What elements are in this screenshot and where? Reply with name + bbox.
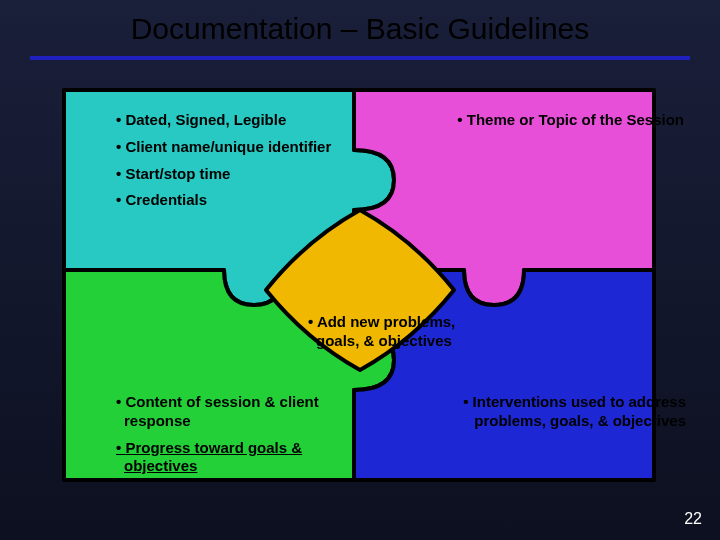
title-underline xyxy=(30,56,690,60)
puzzle-diagram: Dated, Signed, Legible Client name/uniqu… xyxy=(54,80,666,500)
bullet: Client name/unique identifier xyxy=(116,138,396,157)
bullets-bottom-right: Interventions used to address problems, … xyxy=(410,393,686,439)
bullets-center: Add new problems, goals, & objectives xyxy=(268,313,498,359)
bullet: Start/stop time xyxy=(116,165,396,184)
bullet: Add new problems, goals, & objectives xyxy=(308,313,498,351)
bullet: Progress toward goals & objectives xyxy=(116,439,376,477)
slide-number: 22 xyxy=(684,510,702,528)
bullet: Theme or Topic of the Session xyxy=(454,111,684,130)
bullets-bottom-left: Content of session & client response Pro… xyxy=(76,393,376,484)
bullets-top-right: Theme or Topic of the Session xyxy=(414,111,684,138)
bullets-top-left: Dated, Signed, Legible Client name/uniqu… xyxy=(76,111,396,218)
bullet: Credentials xyxy=(116,191,396,210)
bullet: Interventions used to address problems, … xyxy=(450,393,686,431)
bullet: Content of session & client response xyxy=(116,393,376,431)
slide-title: Documentation – Basic Guidelines xyxy=(0,0,720,46)
bullet: Dated, Signed, Legible xyxy=(116,111,396,130)
